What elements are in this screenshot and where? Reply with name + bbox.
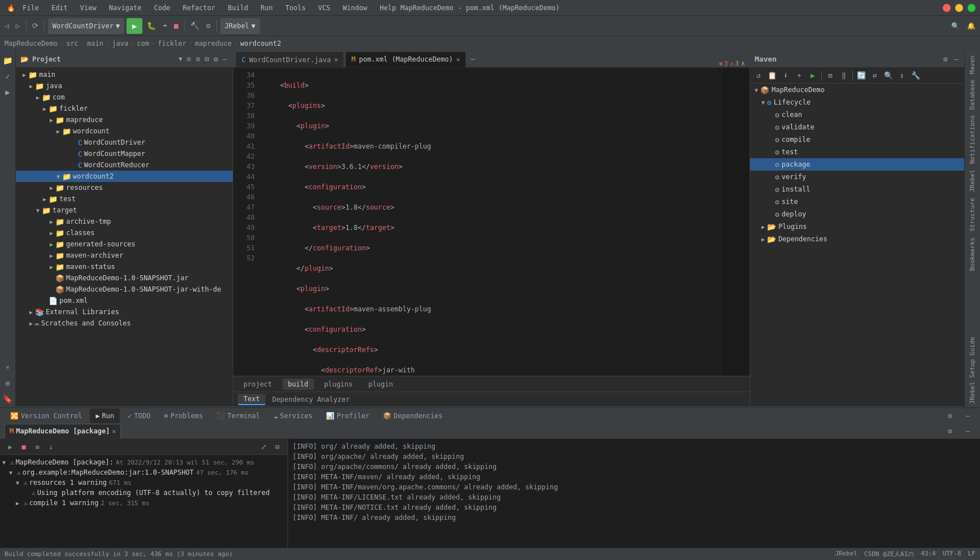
jrebel-status[interactable]: JRebel [835, 550, 857, 558]
bread-tab-build[interactable]: build [282, 379, 314, 390]
menu-item-file[interactable]: File [20, 3, 41, 13]
window-controls[interactable] [943, 4, 975, 12]
tree-item-resources[interactable]: ▶ 📁 resources [16, 182, 233, 193]
run-item-resources[interactable]: ▼ ⚠ resources 1 warning 671 ms [0, 477, 288, 488]
cursor-position[interactable]: 43:4 [921, 550, 936, 558]
bc-project[interactable]: MapReduceDemo [5, 40, 58, 47]
collapse-icon[interactable]: ⊟ [204, 54, 211, 64]
tab-wordcountdriver[interactable]: C WordCountDriver.java ✕ [236, 51, 344, 67]
expand-arrow[interactable]: ▼ [2, 459, 10, 466]
jrebel-vertical-tab[interactable]: JRebel [968, 167, 977, 194]
project-dropdown-icon[interactable]: ▼ [178, 55, 182, 63]
tree-item-java[interactable]: ▶ 📁 java [16, 80, 233, 92]
tree-item-maven-archiver[interactable]: ▶ 📁 maven-archiver [16, 250, 233, 261]
run-button[interactable]: ▶ [127, 18, 142, 34]
tree-item-external-libraries[interactable]: ▶ 📚 External Libraries [16, 306, 233, 318]
tree-item-wordcount2[interactable]: ▼ 📁 wordcount2 [16, 171, 233, 182]
maven-compile-item[interactable]: ⚙ compile [750, 133, 964, 146]
run-restore-btn[interactable]: ⤢ [258, 441, 269, 453]
tree-item-classes[interactable]: ▶ 📁 classes [16, 227, 233, 238]
menu-item-edit[interactable]: Edit [49, 3, 70, 13]
bc-mapreduce[interactable]: mapreduce [195, 40, 232, 47]
run-item-root[interactable]: ▼ ⚠ MapReduceDemo [package]: At 2022/9/1… [0, 457, 288, 467]
menu-item-vcs[interactable]: VCS [316, 3, 333, 13]
expand-arrow[interactable]: ▶ [47, 218, 55, 225]
close-button[interactable] [968, 4, 975, 12]
tree-item-com[interactable]: ▶ 📁 com [16, 92, 233, 103]
bookmarks-vertical-tab[interactable]: Bookmarks [968, 235, 977, 274]
maven-plugins-item[interactable]: ▶ 📂 Plugins [750, 220, 964, 233]
menu-bar[interactable]: 🔥 [5, 3, 18, 13]
menu-item-build[interactable]: Build [225, 3, 250, 13]
structure-sidebar-icon[interactable]: ≡ [1, 376, 15, 390]
settings-icon[interactable]: ⚙ [212, 54, 219, 64]
run-stop-btn[interactable]: ■ [18, 441, 29, 453]
expand-arrow[interactable]: ▶ [47, 240, 55, 248]
bread-tab-plugin[interactable]: plugin [363, 379, 398, 390]
maven-dependencies-item[interactable]: ▶ 📂 Dependencies [750, 233, 964, 245]
build-button[interactable]: 🔨 [188, 18, 202, 34]
expand-arrow[interactable]: ▼ [9, 470, 17, 476]
expand-arrow[interactable]: ▶ [27, 308, 35, 316]
code-editor[interactable]: 34 35 36 37 38 39 40 41 42 43 44 45 46 4… [233, 68, 750, 376]
maven-pause-btn[interactable]: ‖ [838, 70, 850, 82]
run-scroll-btn[interactable]: ↓ [45, 441, 56, 453]
menu-item-code[interactable]: Code [152, 3, 173, 13]
run-config-dropdown[interactable]: WordCountDriver ▼ [48, 18, 125, 34]
sync-button[interactable]: ⟳ [30, 18, 41, 34]
bc-wordcount2[interactable]: wordcount2 [240, 40, 281, 47]
run-panel-minimize[interactable]: — [960, 424, 975, 439]
menu-item-run[interactable]: Run [258, 3, 275, 13]
expand-arrow[interactable]: ▼ [752, 86, 760, 94]
debug-button[interactable]: 🐛 [145, 18, 158, 34]
menu-items[interactable]: FileEditViewNavigateCodeRefactorBuildRun… [20, 3, 398, 13]
maven-root-item[interactable]: ▼ 📦 MapReduceDemo [750, 84, 964, 96]
commit-icon[interactable]: ✓ [1, 69, 15, 84]
maximize-button[interactable] [955, 4, 963, 12]
minimize-button[interactable] [943, 4, 951, 12]
dependencies-tab[interactable]: 📦 Dependencies [377, 409, 448, 423]
tab-close-button[interactable]: ✕ [456, 56, 460, 63]
tab-close-button[interactable]: ✕ [334, 56, 338, 63]
run-item-compile[interactable]: ▶ ⚠ compile 1 warning 2 sec, 315 ms [0, 498, 288, 508]
tree-item-driver[interactable]: C WordCountDriver [16, 137, 233, 148]
maven-m-btn[interactable]: m [824, 70, 837, 82]
expand-arrow[interactable]: ▶ [47, 184, 55, 192]
run-panel-settings[interactable]: ⚙ [943, 424, 958, 439]
tree-item-wordcount[interactable]: ▶ 📁 wordcount [16, 125, 233, 137]
profiler-tab[interactable]: 📊 Profiler [320, 409, 375, 423]
expand-arrow[interactable]: ▶ [27, 319, 35, 327]
bc-main[interactable]: main [87, 40, 103, 47]
expand-arrow[interactable]: ▶ [34, 93, 42, 101]
menu-item-help[interactable]: Help [377, 3, 398, 13]
menu-item-navigate[interactable]: Navigate [107, 3, 144, 13]
maven-test-item[interactable]: ⚙ test [750, 146, 964, 158]
maven-package-item[interactable]: ⚙ package [750, 158, 964, 171]
logo-icon[interactable]: 🔥 [5, 3, 18, 13]
maven-lifecycle-item[interactable]: ▼ ⚙ Lifecycle [750, 96, 964, 108]
maven-run-btn[interactable]: ▶ [807, 70, 819, 82]
tree-item-pom[interactable]: 📄 pom.xml [16, 295, 233, 306]
tree-item-archive-tmp[interactable]: ▶ 📁 archive-tmp [16, 216, 233, 227]
flatten-icon[interactable]: ≡ [195, 54, 202, 64]
expand-arrow[interactable]: ▶ [20, 71, 28, 79]
menu-item-refactor[interactable]: Refactor [180, 3, 217, 13]
expand-arrow[interactable]: ▼ [54, 172, 62, 180]
maven-toggle-btn[interactable]: ⇄ [869, 70, 881, 82]
expand-arrow[interactable]: ▶ [47, 229, 55, 237]
tree-item-maven-status[interactable]: ▶ 📁 maven-status [16, 261, 233, 272]
bc-java[interactable]: java [112, 40, 128, 47]
search-button[interactable]: 🔍 [948, 19, 962, 33]
forward-button[interactable]: ▷ [14, 18, 23, 34]
stop-button[interactable]: ■ [172, 18, 181, 34]
maven-add-btn[interactable]: + [793, 70, 805, 82]
expand-arrow[interactable]: ▼ [16, 480, 24, 486]
tree-item-jar2[interactable]: 📦 MapReduceDemo-1.0-SNAPSHOT-jar-with-de [16, 284, 233, 295]
run-item-child1[interactable]: ▼ ⚠ org.example:MapReduceDemo:jar:1.0-SN… [0, 467, 288, 477]
run-again-btn[interactable]: ▶ [5, 441, 16, 453]
back-button[interactable]: ◁ [2, 18, 11, 34]
database-vertical-tab[interactable]: Database [968, 77, 977, 112]
bc-fickler[interactable]: fickler [158, 40, 186, 47]
tree-item-scratches[interactable]: ▶ ✏ Scratches and Consoles [16, 318, 233, 329]
maven-wrench-btn[interactable]: 🔧 [909, 70, 922, 82]
